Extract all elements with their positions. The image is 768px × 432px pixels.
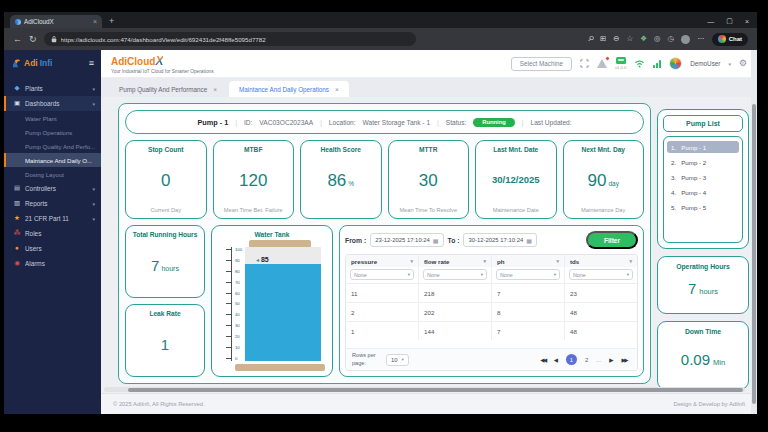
apps-grid-icon[interactable]: ⊞: [600, 35, 606, 43]
pump-list-item-4[interactable]: 4.Pump - 4: [667, 186, 739, 198]
table-row: 2 202 8 48: [346, 302, 637, 321]
more-menu-icon[interactable]: ⋯: [697, 35, 705, 43]
sidebar-subitem-dosing-layout[interactable]: Dosing Layout: [4, 167, 101, 181]
window-close-button[interactable]: ×: [745, 18, 749, 25]
extension-icon[interactable]: ❖: [640, 35, 647, 43]
pump-list-item-3[interactable]: 3.Pump - 3: [667, 171, 739, 183]
prev-page-button[interactable]: ◀: [554, 357, 558, 363]
refresh-button[interactable]: ↻: [29, 35, 37, 44]
dashboard-tabbar: Pump Quality And Performance × Maintance…: [101, 78, 757, 97]
tank-scale: 100 90 80 70 60 50 40 30 20 10: [226, 247, 242, 361]
sidebar-subitem-maintance-daily[interactable]: Maintance And Daily O...: [4, 153, 101, 167]
sidebar-item-21cfr[interactable]: ★ 21 CFR Part 11 ▾: [4, 211, 101, 226]
sidebar: AdiInfi ≡ ◆ Plants ▾ ▣ Dashboards ▾ Wate…: [4, 50, 101, 414]
tank-water-fill: [245, 264, 321, 361]
pump-info-bar: Pump - 1 | ID: VAC03OC2023AA | Location:…: [125, 110, 644, 134]
column-header-pressure[interactable]: pressure▾: [346, 255, 419, 267]
horizontal-scrollbar[interactable]: [104, 387, 745, 392]
column-header-flow-rate[interactable]: flow rate▾: [419, 255, 492, 267]
next-page-button[interactable]: ▶: [609, 357, 613, 363]
column-header-ph[interactable]: ph▾: [492, 255, 565, 267]
select-machine-button[interactable]: Select Machine: [511, 57, 572, 71]
page-1-button[interactable]: 1: [566, 354, 577, 365]
page-2-button[interactable]: 2: [585, 357, 588, 363]
sidebar-item-plants[interactable]: ◆ Plants ▾: [4, 81, 101, 96]
table-filter-row: None▾ None▾ None▾ None▾: [346, 267, 637, 283]
operating-hours-card: Operating Hours 7hours: [657, 256, 749, 314]
chevron-down-icon: ▾: [92, 101, 95, 107]
sidebar-item-alarms[interactable]: ◉ Alarms: [4, 256, 101, 271]
table-cell: 2: [346, 302, 419, 321]
password-key-icon[interactable]: ⚲: [586, 34, 595, 43]
user-chevron-down-icon[interactable]: ▾: [728, 61, 731, 67]
url-bar[interactable]: https://adicloudx.com:474/dashboardView/…: [44, 32, 416, 46]
sort-icon: ▾: [629, 258, 632, 264]
sidebar-item-controllers[interactable]: ▤ Controllers ▾: [4, 181, 101, 196]
kpi-mtbf: MTBF 120 Mean Time Bet. Failure: [213, 140, 295, 219]
zoom-out-icon[interactable]: ⊖: [613, 35, 619, 43]
alarm-notification-icon[interactable]: [597, 59, 607, 68]
water-tank-graphic: 100 90 80 70 60 50 40 30 20 10: [219, 240, 325, 372]
history-icon[interactable]: ◷: [668, 35, 675, 43]
pump-list-item-2[interactable]: 2.Pump - 2: [667, 156, 739, 168]
browser-tab[interactable]: AdiCloudX ×: [10, 15, 102, 28]
pump-list-item-5[interactable]: 5.Pump - 5: [667, 201, 739, 213]
table-cell: 144: [419, 321, 492, 340]
new-tab-button[interactable]: +: [109, 16, 114, 26]
reports-icon: ▥: [13, 200, 21, 207]
browser-window: AdiCloudX × + — ▢ × ← ↻ https://adicloud…: [4, 12, 757, 414]
column-header-tds[interactable]: tds▾: [565, 255, 637, 267]
settings-gear-icon[interactable]: ⚙: [739, 59, 747, 68]
sidebar-subitem-pump-operations[interactable]: Pump Operations: [4, 125, 101, 139]
sidebar-item-roles[interactable]: ⁂ Roles: [4, 226, 101, 241]
sidebar-item-dashboards[interactable]: ▣ Dashboards ▾: [4, 96, 101, 111]
sync-icon[interactable]: ◎: [654, 35, 661, 43]
maximize-button[interactable]: ▢: [726, 17, 733, 25]
machine-icon: [616, 57, 626, 64]
back-button[interactable]: ←: [13, 35, 22, 44]
chat-button[interactable]: Chat: [712, 33, 748, 46]
ph-filter-select[interactable]: None▾: [496, 269, 560, 280]
vertical-scrollbar-thumb[interactable]: [752, 104, 756, 404]
fullscreen-icon[interactable]: [580, 59, 589, 68]
tab-maintance-daily[interactable]: Maintance And Daily Operations ×: [229, 81, 349, 97]
filter-button[interactable]: Filter: [586, 231, 638, 249]
pressure-filter-select[interactable]: None▾: [350, 269, 414, 280]
sidebar-item-users[interactable]: ● Users: [4, 241, 101, 256]
sensor-table: pressure▾ flow rate▾ ph▾ tds▾ None▾ None…: [345, 254, 638, 371]
compliance-icon: ★: [13, 215, 21, 222]
horizontal-scrollbar-thumb[interactable]: [128, 388, 743, 392]
machine-status: v1.0.0: [615, 57, 626, 70]
tab-close-icon[interactable]: ×: [213, 86, 217, 93]
tab-close-icon[interactable]: ×: [93, 18, 97, 25]
rows-per-page-select[interactable]: 10 ▾: [386, 354, 409, 366]
wifi-icon: [634, 59, 645, 68]
last-page-button[interactable]: ▶▶: [622, 357, 627, 363]
sidebar-subitem-pump-quality[interactable]: Pump Quality And Perfo...: [4, 139, 101, 153]
flow-rate-filter-select[interactable]: None▾: [423, 269, 487, 280]
minimize-button[interactable]: —: [707, 18, 714, 25]
pump-location-label: Location:: [329, 119, 356, 126]
tab-close-icon[interactable]: ×: [335, 86, 339, 93]
sidebar-subitem-water-plant[interactable]: Water Plant: [4, 111, 101, 125]
vertical-scrollbar[interactable]: [751, 50, 757, 414]
user-avatar[interactable]: [669, 57, 682, 70]
kpi-stop-count: Stop Count 0 Current Day: [125, 140, 207, 219]
tab-pump-quality[interactable]: Pump Quality And Performance ×: [109, 81, 227, 97]
calendar-icon[interactable]: ▦: [433, 237, 439, 244]
last-updated-label: Last Updated:: [531, 119, 572, 126]
browser-profile-avatar[interactable]: [681, 35, 690, 44]
username-menu[interactable]: DemoUser: [690, 60, 720, 67]
calendar-icon[interactable]: ▦: [526, 237, 532, 244]
first-page-button[interactable]: ◀◀: [540, 357, 545, 363]
table-row: 11 218 7 23: [346, 283, 637, 302]
pump-list-item-1[interactable]: 1.Pump - 1: [667, 141, 739, 153]
hamburger-icon[interactable]: ≡: [89, 58, 94, 68]
bookmark-star-icon[interactable]: ☆: [627, 35, 634, 43]
chevron-down-icon: ▾: [627, 272, 629, 277]
to-datetime-input[interactable]: 30-12-2025 17:10:24 ▦: [463, 233, 536, 247]
tds-filter-select[interactable]: None▾: [569, 269, 633, 280]
from-datetime-input[interactable]: 23-12-2025 17:10:24 ▦: [370, 233, 443, 247]
lock-icon: [51, 35, 57, 43]
sidebar-item-reports[interactable]: ▥ Reports ▾: [4, 196, 101, 211]
